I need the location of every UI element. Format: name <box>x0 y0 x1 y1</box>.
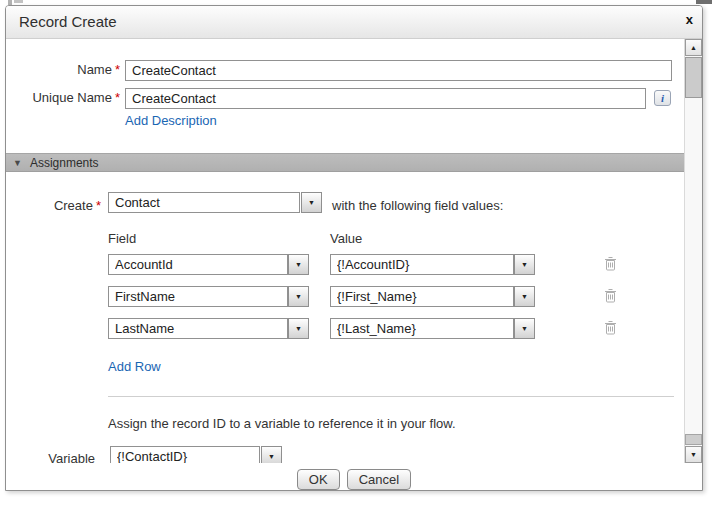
background-artifact <box>696 0 712 4</box>
chevron-down-icon[interactable]: ▼ <box>301 192 322 213</box>
scroll-pane: Name* Unique Name* i Add Description ▼ A… <box>6 39 684 463</box>
info-icon[interactable]: i <box>654 90 671 106</box>
unique-name-label: Unique Name* <box>6 90 120 105</box>
variable-label: Variable <box>6 451 95 463</box>
name-label: Name* <box>6 62 120 77</box>
field-column-header: Field <box>108 231 136 246</box>
trash-icon[interactable] <box>604 320 618 336</box>
scrollbar-thumb[interactable] <box>685 57 702 98</box>
scroll-down-icon[interactable]: ▼ <box>685 446 702 463</box>
chevron-down-icon[interactable]: ▼ <box>514 254 535 275</box>
chevron-down-icon[interactable]: ▼ <box>288 318 309 339</box>
cancel-button[interactable]: Cancel <box>347 469 411 490</box>
chevron-down-icon[interactable]: ▼ <box>288 254 309 275</box>
chevron-down-icon[interactable]: ▼ <box>261 446 282 463</box>
value-input[interactable] <box>330 254 514 275</box>
create-object-input[interactable] <box>108 192 300 213</box>
dialog-content: Name* Unique Name* i Add Description ▼ A… <box>6 39 702 463</box>
assignments-section-header[interactable]: ▼ Assignments <box>6 153 684 172</box>
variable-input[interactable] <box>110 446 260 463</box>
required-marker: * <box>96 198 101 213</box>
trash-icon[interactable] <box>604 256 618 272</box>
create-label: Create* <box>6 198 101 213</box>
assignment-row: ▼ ▼ <box>108 254 684 276</box>
scrollbar-end-block <box>685 434 702 445</box>
record-id-hint: Assign the record ID to a variable to re… <box>108 416 456 431</box>
add-description-link[interactable]: Add Description <box>125 113 217 128</box>
required-marker: * <box>115 90 120 105</box>
assignment-row: ▼ ▼ <box>108 318 684 340</box>
value-input[interactable] <box>330 318 514 339</box>
assignments-section-label: Assignments <box>30 156 99 170</box>
background-artifact <box>14 0 23 3</box>
unique-name-input[interactable] <box>125 88 646 109</box>
section-divider <box>108 396 674 397</box>
create-suffix-text: with the following field values: <box>332 198 503 213</box>
add-row-link[interactable]: Add Row <box>108 359 161 374</box>
chevron-down-icon[interactable]: ▼ <box>514 286 535 307</box>
chevron-down-icon[interactable]: ▼ <box>288 286 309 307</box>
field-input[interactable] <box>108 286 288 307</box>
ok-button[interactable]: OK <box>297 469 340 490</box>
collapse-triangle-icon: ▼ <box>13 158 22 168</box>
chevron-down-icon[interactable]: ▼ <box>514 318 535 339</box>
scroll-up-icon[interactable]: ▲ <box>685 39 702 56</box>
value-input[interactable] <box>330 286 514 307</box>
close-icon[interactable]: x <box>686 12 693 27</box>
vertical-scrollbar[interactable]: ▲ ▼ <box>684 39 702 463</box>
dialog-footer: OK Cancel <box>6 463 702 490</box>
name-input[interactable] <box>125 60 672 81</box>
dialog-titlebar: Record Create x <box>6 6 702 39</box>
value-column-header: Value <box>330 231 362 246</box>
screen: Record Create x Name* Unique Name* i Add… <box>0 0 712 508</box>
dialog-title: Record Create <box>19 13 117 30</box>
field-input[interactable] <box>108 318 288 339</box>
assignment-row: ▼ ▼ <box>108 286 684 308</box>
required-marker: * <box>115 62 120 77</box>
record-create-dialog: Record Create x Name* Unique Name* i Add… <box>5 5 703 491</box>
trash-icon[interactable] <box>604 288 618 304</box>
field-input[interactable] <box>108 254 288 275</box>
